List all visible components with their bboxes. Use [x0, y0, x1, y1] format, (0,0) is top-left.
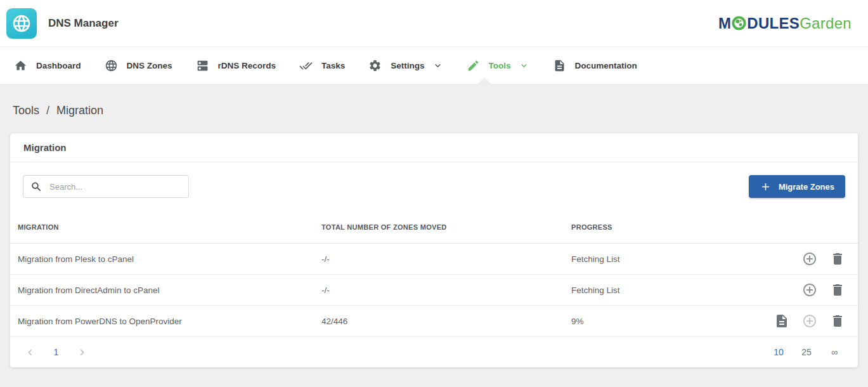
- nav-label: Settings: [391, 61, 424, 70]
- page-size-10[interactable]: 10: [773, 347, 784, 357]
- migrate-zones-label: Migrate Zones: [779, 182, 834, 192]
- page-number[interactable]: 1: [50, 347, 62, 357]
- active-tab-notch: [477, 77, 491, 84]
- zones-moved: -/-: [321, 285, 571, 295]
- migrate-zones-button[interactable]: Migrate Zones: [749, 175, 845, 198]
- migration-name: Migration from Plesk to cPanel: [18, 254, 321, 264]
- card-toolbar: Migrate Zones: [10, 162, 858, 211]
- table-header-row: MIGRATION TOTAL NUMBER OF ZONES MOVED PR…: [10, 211, 858, 244]
- nav-label: Documentation: [575, 61, 637, 70]
- dns-icon: [196, 59, 209, 72]
- zones-moved: -/-: [321, 254, 571, 264]
- page-size-25[interactable]: 25: [801, 347, 812, 357]
- column-header-progress: PROGRESS: [571, 223, 749, 231]
- search-icon: [30, 181, 42, 193]
- app-header: DNS Manager M DULES Garden: [0, 0, 868, 47]
- content-area: Tools / Migration Migration Migrate Zone…: [0, 84, 868, 367]
- app-logo: [6, 8, 37, 39]
- nav-label: DNS Zones: [127, 61, 172, 70]
- brand-suffix: Garden: [800, 15, 852, 32]
- row-actions: [749, 251, 845, 266]
- nav-item-dns-zones[interactable]: DNS Zones: [105, 59, 172, 72]
- add-circle-icon[interactable]: [802, 282, 817, 298]
- page-size-selector: 10 25 ∞: [773, 347, 840, 357]
- row-actions: [749, 282, 845, 298]
- page-navigation: 1: [24, 346, 88, 358]
- migration-name: Migration from PowerDNS to OpenProvider: [18, 317, 321, 326]
- search-box[interactable]: [23, 175, 189, 198]
- nav-item-documentation[interactable]: Documentation: [553, 59, 637, 72]
- table-row: Migration from Plesk to cPanel -/- Fetch…: [10, 244, 858, 275]
- progress-status: Fetching List: [571, 285, 749, 295]
- delete-icon[interactable]: [830, 282, 845, 298]
- chevron-left-icon[interactable]: [24, 346, 36, 358]
- done-all-icon: [299, 59, 313, 72]
- card-title: Migration: [10, 133, 858, 162]
- add-circle-icon-disabled: [802, 313, 817, 329]
- breadcrumb-migration: Migration: [56, 104, 103, 117]
- table-row: Migration from DirectAdmin to cPanel -/-…: [10, 275, 858, 306]
- search-input[interactable]: [48, 181, 181, 192]
- breadcrumb-tools[interactable]: Tools: [13, 104, 39, 117]
- chevron-down-icon: [432, 60, 443, 71]
- delete-icon[interactable]: [830, 313, 845, 329]
- nav-item-tools[interactable]: Tools: [467, 59, 529, 72]
- globe-icon: [11, 13, 32, 34]
- nav-label: Tasks: [321, 61, 345, 70]
- pagination: 1 10 25 ∞: [10, 337, 858, 367]
- breadcrumb-separator: /: [46, 104, 49, 117]
- modulesgarden-logo: M DULES Garden: [718, 15, 852, 32]
- globe-icon: [105, 59, 118, 72]
- brand-middle: DULES: [747, 15, 800, 32]
- add-circle-icon[interactable]: [802, 251, 817, 266]
- row-actions: [749, 313, 845, 329]
- breadcrumb: Tools / Migration: [10, 84, 858, 133]
- nav-label: Tools: [489, 61, 511, 70]
- gear-icon: [368, 59, 382, 72]
- nav-label: rDNS Records: [218, 61, 276, 70]
- nav-item-tasks[interactable]: Tasks: [299, 59, 345, 72]
- column-header-migration: MIGRATION: [18, 223, 321, 231]
- chevron-right-icon[interactable]: [76, 346, 88, 358]
- zones-moved: 42/446: [321, 317, 571, 326]
- nav-label: Dashboard: [36, 61, 81, 70]
- brand-globe-icon: [732, 16, 746, 30]
- report-document-icon[interactable]: [774, 313, 789, 329]
- nav-item-rdns-records[interactable]: rDNS Records: [196, 59, 276, 72]
- progress-status: 9%: [571, 317, 749, 326]
- migration-card: Migration Migrate Zones MIGRATION TOTAL …: [10, 133, 858, 367]
- page-title: DNS Manager: [48, 17, 119, 30]
- page-size-all[interactable]: ∞: [829, 347, 840, 357]
- nav-item-dashboard[interactable]: Dashboard: [14, 59, 81, 72]
- migration-name: Migration from DirectAdmin to cPanel: [18, 285, 321, 295]
- brand-prefix: M: [718, 15, 731, 32]
- plus-icon: [760, 181, 772, 193]
- progress-status: Fetching List: [571, 254, 749, 264]
- nav-item-settings[interactable]: Settings: [368, 59, 443, 72]
- table-row: Migration from PowerDNS to OpenProvider …: [10, 306, 858, 337]
- document-icon: [553, 59, 566, 72]
- home-icon: [14, 59, 27, 72]
- delete-icon[interactable]: [830, 251, 845, 266]
- column-header-total: TOTAL NUMBER OF ZONES MOVED: [321, 223, 571, 231]
- chevron-down-icon: [519, 60, 529, 71]
- main-nav: Dashboard DNS Zones rDNS Records Tasks S…: [0, 47, 868, 84]
- pencil-icon: [467, 59, 480, 72]
